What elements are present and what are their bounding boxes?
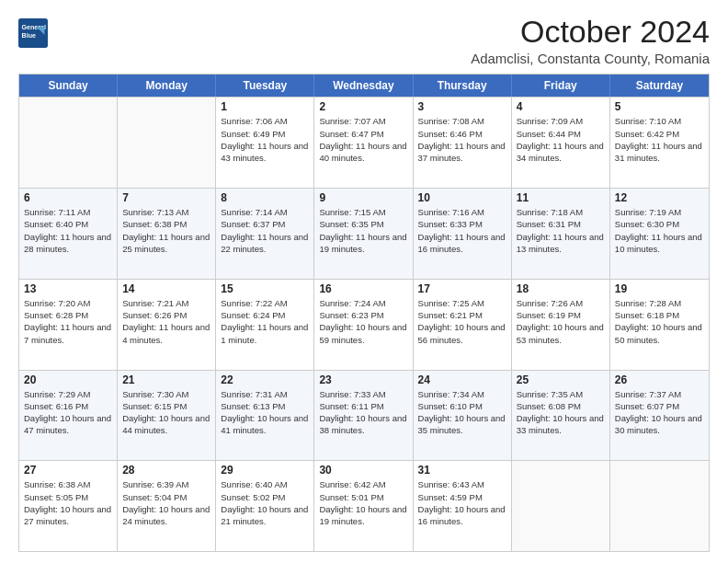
calendar-cell — [19, 98, 118, 188]
cell-info: Sunrise: 7:30 AM Sunset: 6:15 PM Dayligh… — [122, 388, 210, 437]
day-number: 12 — [615, 191, 704, 204]
calendar-week: 13Sunrise: 7:20 AM Sunset: 6:28 PM Dayli… — [19, 279, 709, 370]
day-number: 3 — [418, 100, 506, 113]
calendar-cell: 12Sunrise: 7:19 AM Sunset: 6:30 PM Dayli… — [610, 189, 709, 279]
calendar-cell: 18Sunrise: 7:26 AM Sunset: 6:19 PM Dayli… — [512, 280, 610, 370]
calendar-cell: 4Sunrise: 7:09 AM Sunset: 6:44 PM Daylig… — [512, 98, 610, 188]
calendar-cell: 29Sunrise: 6:40 AM Sunset: 5:02 PM Dayli… — [216, 461, 314, 551]
cell-info: Sunrise: 7:13 AM Sunset: 6:38 PM Dayligh… — [122, 206, 210, 255]
calendar-cell: 26Sunrise: 7:37 AM Sunset: 6:07 PM Dayli… — [610, 371, 709, 461]
month-title: October 2024 — [471, 15, 710, 49]
cell-info: Sunrise: 7:10 AM Sunset: 6:42 PM Dayligh… — [615, 115, 704, 164]
calendar-cell: 25Sunrise: 7:35 AM Sunset: 6:08 PM Dayli… — [512, 371, 610, 461]
calendar-cell: 11Sunrise: 7:18 AM Sunset: 6:31 PM Dayli… — [512, 189, 610, 279]
day-number: 20 — [24, 373, 112, 386]
cell-info: Sunrise: 7:20 AM Sunset: 6:28 PM Dayligh… — [24, 297, 112, 346]
day-number: 29 — [221, 464, 309, 477]
calendar-cell: 21Sunrise: 7:30 AM Sunset: 6:15 PM Dayli… — [118, 371, 216, 461]
weekday-header: Saturday — [610, 75, 709, 97]
day-number: 6 — [24, 191, 112, 204]
day-number: 13 — [24, 282, 112, 295]
cell-info: Sunrise: 7:18 AM Sunset: 6:31 PM Dayligh… — [517, 206, 605, 255]
cell-info: Sunrise: 7:15 AM Sunset: 6:35 PM Dayligh… — [319, 206, 407, 255]
cell-info: Sunrise: 7:11 AM Sunset: 6:40 PM Dayligh… — [24, 206, 112, 255]
calendar-cell: 16Sunrise: 7:24 AM Sunset: 6:23 PM Dayli… — [314, 280, 413, 370]
day-number: 24 — [418, 373, 506, 386]
day-number: 11 — [517, 191, 605, 204]
weekday-header: Thursday — [414, 75, 512, 97]
calendar-cell: 8Sunrise: 7:14 AM Sunset: 6:37 PM Daylig… — [216, 189, 314, 279]
day-number: 4 — [517, 100, 605, 113]
day-number: 26 — [615, 373, 704, 386]
svg-text:Blue: Blue — [22, 32, 36, 40]
cell-info: Sunrise: 7:16 AM Sunset: 6:33 PM Dayligh… — [418, 206, 506, 255]
cell-info: Sunrise: 7:22 AM Sunset: 6:24 PM Dayligh… — [221, 297, 309, 346]
day-number: 7 — [122, 191, 210, 204]
day-number: 31 — [418, 464, 506, 477]
cell-info: Sunrise: 6:43 AM Sunset: 4:59 PM Dayligh… — [418, 478, 506, 527]
cell-info: Sunrise: 7:34 AM Sunset: 6:10 PM Dayligh… — [418, 388, 506, 437]
cell-info: Sunrise: 6:40 AM Sunset: 5:02 PM Dayligh… — [221, 478, 309, 527]
day-number: 2 — [319, 100, 407, 113]
logo-icon: General Blue — [18, 18, 48, 48]
location-title: Adamclisi, Constanta County, Romania — [471, 51, 710, 66]
calendar-cell: 28Sunrise: 6:39 AM Sunset: 5:04 PM Dayli… — [118, 461, 216, 551]
cell-info: Sunrise: 7:07 AM Sunset: 6:47 PM Dayligh… — [319, 115, 407, 164]
calendar-cell: 10Sunrise: 7:16 AM Sunset: 6:33 PM Dayli… — [414, 189, 512, 279]
calendar-header: SundayMondayTuesdayWednesdayThursdayFrid… — [19, 75, 709, 97]
day-number: 8 — [221, 191, 309, 204]
day-number: 10 — [418, 191, 506, 204]
cell-info: Sunrise: 7:24 AM Sunset: 6:23 PM Dayligh… — [319, 297, 407, 346]
calendar-cell: 27Sunrise: 6:38 AM Sunset: 5:05 PM Dayli… — [19, 461, 118, 551]
cell-info: Sunrise: 7:09 AM Sunset: 6:44 PM Dayligh… — [517, 115, 605, 164]
day-number: 1 — [221, 100, 309, 113]
weekday-header: Monday — [118, 75, 216, 97]
calendar-cell: 3Sunrise: 7:08 AM Sunset: 6:46 PM Daylig… — [414, 98, 512, 188]
calendar-cell — [610, 461, 709, 551]
calendar-cell: 19Sunrise: 7:28 AM Sunset: 6:18 PM Dayli… — [610, 280, 709, 370]
cell-info: Sunrise: 7:06 AM Sunset: 6:49 PM Dayligh… — [221, 115, 309, 164]
calendar-week: 27Sunrise: 6:38 AM Sunset: 5:05 PM Dayli… — [19, 460, 709, 551]
calendar-body: 1Sunrise: 7:06 AM Sunset: 6:49 PM Daylig… — [19, 97, 709, 551]
cell-info: Sunrise: 6:39 AM Sunset: 5:04 PM Dayligh… — [122, 478, 210, 527]
day-number: 30 — [319, 464, 407, 477]
day-number: 14 — [122, 282, 210, 295]
calendar-cell: 17Sunrise: 7:25 AM Sunset: 6:21 PM Dayli… — [414, 280, 512, 370]
header: General Blue October 2024 Adamclisi, Con… — [18, 15, 710, 66]
weekday-header: Sunday — [19, 75, 118, 97]
day-number: 28 — [122, 464, 210, 477]
title-block: October 2024 Adamclisi, Constanta County… — [471, 15, 710, 66]
calendar-cell: 31Sunrise: 6:43 AM Sunset: 4:59 PM Dayli… — [414, 461, 512, 551]
cell-info: Sunrise: 7:28 AM Sunset: 6:18 PM Dayligh… — [615, 297, 704, 346]
day-number: 25 — [517, 373, 605, 386]
day-number: 21 — [122, 373, 210, 386]
calendar-week: 6Sunrise: 7:11 AM Sunset: 6:40 PM Daylig… — [19, 188, 709, 279]
page: General Blue October 2024 Adamclisi, Con… — [0, 0, 728, 563]
calendar-week: 20Sunrise: 7:29 AM Sunset: 6:16 PM Dayli… — [19, 370, 709, 461]
cell-info: Sunrise: 6:38 AM Sunset: 5:05 PM Dayligh… — [24, 478, 112, 527]
day-number: 9 — [319, 191, 407, 204]
calendar-cell: 1Sunrise: 7:06 AM Sunset: 6:49 PM Daylig… — [216, 98, 314, 188]
weekday-header: Friday — [512, 75, 610, 97]
cell-info: Sunrise: 7:37 AM Sunset: 6:07 PM Dayligh… — [615, 388, 704, 437]
calendar-cell: 9Sunrise: 7:15 AM Sunset: 6:35 PM Daylig… — [314, 189, 413, 279]
day-number: 17 — [418, 282, 506, 295]
cell-info: Sunrise: 7:21 AM Sunset: 6:26 PM Dayligh… — [122, 297, 210, 346]
cell-info: Sunrise: 7:08 AM Sunset: 6:46 PM Dayligh… — [418, 115, 506, 164]
calendar: SundayMondayTuesdayWednesdayThursdayFrid… — [18, 74, 710, 552]
cell-info: Sunrise: 7:29 AM Sunset: 6:16 PM Dayligh… — [24, 388, 112, 437]
calendar-cell — [118, 98, 216, 188]
weekday-header: Wednesday — [314, 75, 413, 97]
day-number: 5 — [615, 100, 704, 113]
day-number: 22 — [221, 373, 309, 386]
logo: General Blue — [18, 15, 48, 48]
weekday-header: Tuesday — [216, 75, 314, 97]
cell-info: Sunrise: 6:42 AM Sunset: 5:01 PM Dayligh… — [319, 478, 407, 527]
day-number: 18 — [517, 282, 605, 295]
cell-info: Sunrise: 7:14 AM Sunset: 6:37 PM Dayligh… — [221, 206, 309, 255]
calendar-cell: 20Sunrise: 7:29 AM Sunset: 6:16 PM Dayli… — [19, 371, 118, 461]
cell-info: Sunrise: 7:25 AM Sunset: 6:21 PM Dayligh… — [418, 297, 506, 346]
calendar-cell — [512, 461, 610, 551]
calendar-cell: 15Sunrise: 7:22 AM Sunset: 6:24 PM Dayli… — [216, 280, 314, 370]
calendar-cell: 30Sunrise: 6:42 AM Sunset: 5:01 PM Dayli… — [314, 461, 413, 551]
